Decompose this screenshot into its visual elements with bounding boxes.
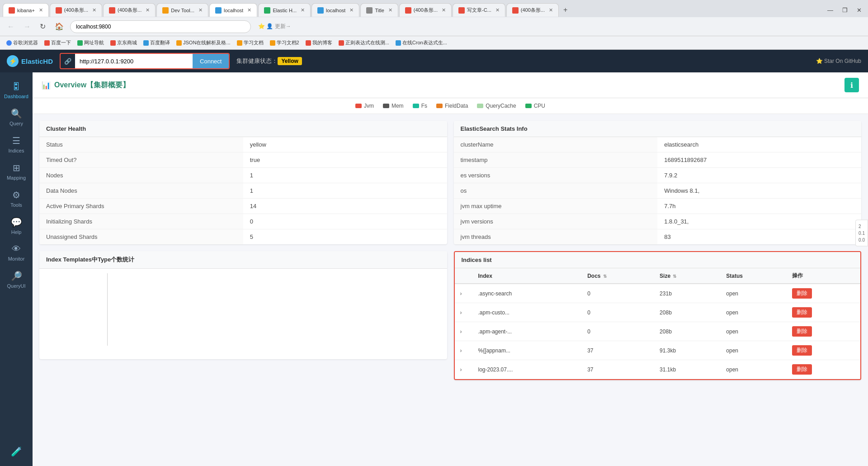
tab-2[interactable]: (400条形... ✕ (103, 3, 156, 17)
maximize-button[interactable]: ❐ (839, 5, 851, 15)
close-button[interactable]: ✕ (853, 5, 865, 15)
bookmark-icon (396, 40, 401, 46)
tab-favicon (405, 7, 411, 14)
url-input[interactable] (75, 54, 193, 68)
expand-button[interactable]: › (460, 309, 462, 316)
sidebar-item-indices[interactable]: ☰ Indices (0, 131, 33, 158)
sidebar-item-dashboard[interactable]: 🎛 Dashboard (0, 77, 33, 104)
sidebar-item-flask[interactable]: 🧪 (9, 442, 24, 461)
sidebar-item-query[interactable]: 🔍 Query (0, 104, 33, 131)
index-docs: 37 (582, 341, 654, 360)
sidebar-item-tools[interactable]: ⚙ Tools (0, 185, 33, 212)
connect-button[interactable]: Connect (193, 54, 229, 68)
tab-kibana[interactable]: kibana+ ✕ (3, 3, 49, 17)
col-docs[interactable]: Docs ⇅ (582, 268, 654, 284)
stat-value: 0 (243, 214, 447, 229)
indices-list-card: Indices list Index Docs ⇅ Size ⇅ Status … (454, 251, 862, 380)
tab-elastic[interactable]: Elastic H... ✕ (258, 3, 311, 17)
col-size[interactable]: Size ⇅ (654, 268, 721, 284)
sidebar-item-monitor[interactable]: 👁 Monitor (0, 239, 33, 266)
bookmark-docs2[interactable]: 学习文档2 (268, 38, 301, 47)
tab-close[interactable]: ✕ (388, 7, 392, 13)
legend-cpu: CPU (525, 103, 545, 109)
right-panel: ElasticSearch Stats Info clusterName ela… (454, 121, 862, 380)
delete-button[interactable]: 删除 (792, 364, 812, 375)
table-row: Status yellow (39, 137, 447, 152)
forward-button[interactable]: → (21, 21, 33, 32)
bookmark-jd[interactable]: 京东商城 (108, 38, 139, 47)
back-button[interactable]: ← (5, 21, 17, 32)
sidebar-item-mapping[interactable]: ⊞ Mapping (0, 158, 33, 185)
col-index[interactable]: Index (473, 268, 582, 284)
new-tab-button[interactable]: + (560, 4, 571, 16)
tab-localhost[interactable]: localhost ✕ (209, 3, 257, 17)
bookmark-google[interactable]: 谷歌浏览器 (5, 38, 40, 47)
legend-dot-jvm (355, 104, 362, 108)
bookmark-blog[interactable]: 我的博客 (304, 38, 334, 47)
index-status: open (721, 303, 787, 322)
address-input[interactable] (70, 20, 251, 33)
expand-button[interactable]: › (460, 328, 462, 335)
col-status: Status (721, 268, 787, 284)
tab-favicon (109, 7, 115, 14)
tab-controls: — ❐ ✕ (824, 5, 865, 15)
tab-devtools[interactable]: Dev Tool... ✕ (156, 3, 208, 17)
expand-button[interactable]: › (460, 290, 462, 297)
bookmark-baidu[interactable]: 百度一下 (42, 38, 73, 47)
bookmark-docs[interactable]: 学习文档 (235, 38, 265, 47)
stat-value: 7.7h (657, 199, 861, 214)
tab-localhost2[interactable]: localhost ✕ (311, 3, 359, 17)
info-button[interactable]: ℹ (844, 78, 859, 92)
legend-label-querycache: QueryCache (486, 103, 516, 109)
tab-close[interactable]: ✕ (349, 7, 354, 13)
tab-3[interactable]: (400条形... ✕ (399, 3, 452, 17)
bookmark-icon (110, 40, 116, 46)
bookmark-cron[interactable]: 在线Cron表达式生... (394, 38, 449, 47)
legend-dot-fs (413, 104, 419, 108)
tab-close[interactable]: ✕ (39, 7, 43, 13)
tab-close[interactable]: ✕ (92, 7, 96, 13)
help-icon: 💬 (11, 217, 22, 228)
tab-close[interactable]: ✕ (146, 7, 150, 13)
delete-button[interactable]: 删除 (792, 288, 812, 299)
expand-button[interactable]: › (460, 347, 462, 354)
refresh-button[interactable]: ↻ (37, 21, 48, 32)
tab-title[interactable]: Title ✕ (360, 3, 398, 17)
tab-close[interactable]: ✕ (549, 7, 553, 13)
bookmark-icon (270, 40, 275, 46)
tab-close[interactable]: ✕ (301, 7, 305, 13)
tab-favicon (9, 7, 15, 14)
home-button[interactable]: 🏠 (52, 21, 66, 32)
sidebar-bottom: 🧪 (9, 442, 24, 466)
tab-1[interactable]: (400条形... ✕ (50, 3, 102, 17)
minimize-button[interactable]: — (824, 5, 837, 15)
legend-label-fs: Fs (421, 103, 427, 109)
stat-value: 1.8.0_31, (657, 214, 861, 229)
index-docs: 37 (582, 360, 654, 379)
sort-icon-size: ⇅ (673, 274, 676, 279)
content-grid: Cluster Health Status yellow Timed Out? … (33, 114, 868, 387)
bookmark-json[interactable]: JSON在线解析及格... (175, 38, 232, 47)
expand-button[interactable]: › (460, 366, 462, 373)
tab-csdn[interactable]: 写文章-C... ✕ (453, 3, 505, 17)
sidebar-item-help[interactable]: 💬 Help (0, 212, 33, 239)
table-row: Unassigned Shards 5 (39, 229, 447, 245)
bookmark-regex[interactable]: 正则表达式在线测... (337, 38, 391, 47)
tab-favicon (264, 7, 270, 14)
sidebar-item-queryui[interactable]: 🔎 QueryUI (0, 266, 33, 293)
tab-close[interactable]: ✕ (247, 7, 251, 13)
delete-button[interactable]: 删除 (792, 326, 812, 337)
bookmark-translate[interactable]: 百度翻译 (142, 38, 172, 47)
legend-label-jvm: Jvm (364, 103, 374, 109)
github-link[interactable]: ⭐ Star On GitHub (816, 58, 861, 64)
index-size: 91.3kb (654, 341, 721, 360)
tab-close[interactable]: ✕ (198, 7, 203, 13)
index-size: 31.1kb (654, 360, 721, 379)
delete-button[interactable]: 删除 (792, 345, 812, 356)
tab-close[interactable]: ✕ (495, 7, 500, 13)
tab-4[interactable]: (400条形... ✕ (506, 3, 559, 17)
bookmark-nav[interactable]: 网址导航 (75, 38, 106, 47)
tab-close[interactable]: ✕ (442, 7, 446, 13)
delete-button[interactable]: 删除 (792, 307, 812, 318)
bookmark-icon (306, 40, 311, 46)
